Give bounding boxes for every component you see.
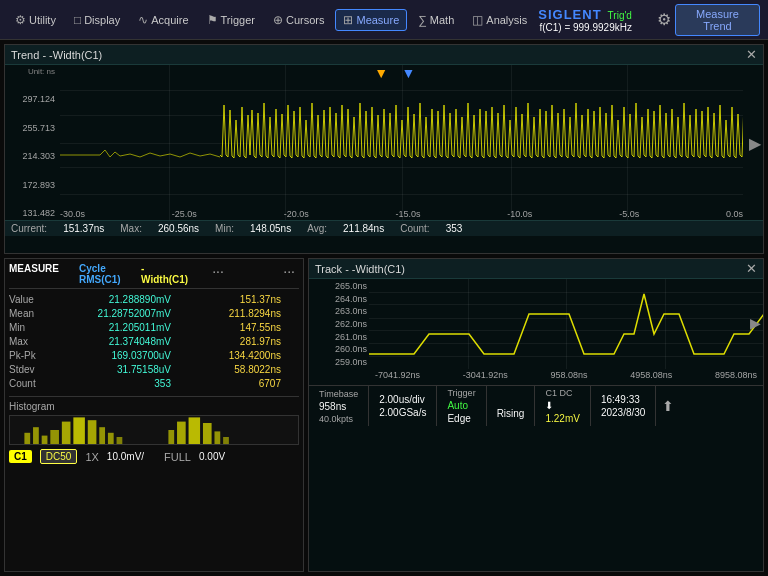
y-label-2: 255.713 [7,123,58,133]
track-x4: 4958.08ns [630,370,672,380]
utility-icon: ⚙ [15,13,26,27]
trend-x-axis: -30.0s -25.0s -20.0s -15.0s -10.0s -5.0s… [60,209,743,220]
track-x2: -3041.92ns [463,370,508,380]
trend-y-axis: Unit: ns 297.124 255.713 214.303 172.893… [5,65,60,220]
c1dc-section: C1 DC ⬇ 1.22mV [535,386,590,426]
svg-rect-5 [73,417,85,444]
brand-area: SIGLENT Trig'd f(C1) = 999.9929kHz [538,7,632,33]
row1-col2: 151.37ns [179,293,289,306]
trend-chart-area: Unit: ns 297.124 255.713 214.303 172.893… [5,65,763,220]
track-svg-wrap [369,279,763,369]
date-val: 2023/8/30 [601,407,646,418]
y-unit-label: Unit: ns [7,67,58,76]
trend-svg-area: ▼ ▼ [60,65,743,220]
cursors-button[interactable]: ⊕ Cursors [266,10,332,30]
lower-section: MEASURE Cycle RMS(C1) -Width(C1) ··· ···… [4,258,764,572]
track-y6: 260.0ns [311,344,367,354]
measure-main-header: MEASURE [9,263,59,285]
track-chart-title: Track - -Width(C1) [315,263,405,275]
scale-val-2: 0.00V [199,451,225,462]
max-val: 260.56ns [158,223,199,234]
timebase-unit2: 2.00GSa/s [379,407,426,418]
row1-label: Value [9,293,69,306]
trend-right-handle[interactable]: ▶ [749,133,761,152]
trigger-button[interactable]: ⚑ Trigger [200,10,262,30]
trigger-icon: ⚑ [207,13,218,27]
row1-col1: 21.288890mV [69,293,179,306]
row4-col2: 281.97ns [179,335,289,348]
brand-name: SIGLENT [538,7,601,22]
trigger-label: Trigger [447,388,475,398]
usb-icon: ⬆ [662,398,674,414]
trigger-val3: Rising [497,408,525,419]
timebase-val2: 40.0kpts [319,414,358,424]
measure-header: MEASURE Cycle RMS(C1) -Width(C1) ··· ··· [9,263,299,289]
scale-label-2: FULL [164,451,191,463]
settings-icon[interactable]: ⚙ [657,10,671,29]
channel-info-bar: C1 DC50 1X 10.0mV/ FULL 0.00V [9,449,299,464]
track-chart-close[interactable]: ✕ [746,261,757,276]
svg-rect-7 [99,427,105,444]
trigger-val2: Edge [447,413,475,424]
histogram-section: Histogram [9,396,299,445]
track-chart-area: 265.0ns 264.0ns 263.0ns 262.0ns 261.0ns … [309,279,763,369]
measure-trend-button[interactable]: Measure Trend [675,4,760,36]
display-button[interactable]: □ Display [67,10,127,30]
acquire-button[interactable]: ∿ Acquire [131,10,195,30]
track-y-axis: 265.0ns 264.0ns 263.0ns 262.0ns 261.0ns … [309,279,369,369]
x-label-5: -10.0s [507,209,532,219]
timebase-label: Timebase [319,389,358,399]
display-icon: □ [74,13,81,27]
c1dc-label: C1 DC [545,388,579,398]
x-label-7: 0.0s [726,209,743,219]
scale-val-1: 10.0mV/ [107,451,144,462]
track-y3: 263.0ns [311,306,367,316]
row3-col2: 147.55ns [179,321,289,334]
count-val: 353 [446,223,463,234]
timebase-units-section: 2.00us/div 2.00GSa/s [369,386,437,426]
row7-col2: 6707 [179,377,289,390]
y-label-3: 214.303 [7,151,58,161]
math-button[interactable]: ∑ Math [411,10,461,30]
track-bottom-info: Timebase 958ns 40.0kpts 2.00us/div 2.00G… [309,385,763,426]
histogram-label: Histogram [9,401,299,412]
utility-button[interactable]: ⚙ Utility [8,10,63,30]
min-label: Min: [215,223,234,234]
track-waveform-svg [369,279,763,369]
usb-icon-section: ⬆ [656,386,680,426]
track-right-handle[interactable]: ▶ [750,315,761,331]
track-y4: 262.0ns [311,319,367,329]
trend-chart-titlebar: Trend - -Width(C1) ✕ [5,45,763,65]
trend-waveform-svg [60,65,743,220]
svg-rect-10 [168,430,174,444]
max-label: Max: [120,223,142,234]
track-y7: 259.0ns [311,357,367,367]
trend-status-bar: Current: 151.37ns Max: 260.56ns Min: 148… [5,220,763,236]
current-val: 151.37ns [63,223,104,234]
trigger-edge-section: Rising [487,386,536,426]
histogram-bar [9,415,299,445]
measure-dots-1[interactable]: ··· [208,263,228,285]
freq-display: f(C1) = 999.9929kHz [539,22,632,33]
col2-header: -Width(C1) [141,263,188,285]
analysis-button[interactable]: ◫ Analysis [465,10,534,30]
measure-panel: MEASURE Cycle RMS(C1) -Width(C1) ··· ···… [4,258,304,572]
trend-chart-close[interactable]: ✕ [746,47,757,62]
track-chart: Track - -Width(C1) ✕ 265.0ns 264.0ns 263… [308,258,764,572]
row4-col1: 21.374048mV [69,335,179,348]
track-x5: 8958.08ns [715,370,757,380]
x-label-4: -15.0s [395,209,420,219]
row7-col1: 353 [69,377,179,390]
row6-col1: 31.75158uV [69,363,179,376]
svg-rect-6 [88,420,97,444]
measure-button[interactable]: ⊞ Measure [335,9,407,31]
dc-badge: DC50 [40,449,78,464]
main-area: Trend - -Width(C1) ✕ Unit: ns 297.124 25… [0,40,768,576]
track-y1: 265.0ns [311,281,367,291]
measure-table: Value 21.288890mV 151.37ns Mean 21.28752… [9,293,299,390]
track-chart-titlebar: Track - -Width(C1) ✕ [309,259,763,279]
measure-dots-2[interactable]: ··· [279,263,299,285]
avg-val: 211.84ns [343,223,384,234]
svg-rect-8 [108,433,114,444]
x-label-3: -20.0s [284,209,309,219]
